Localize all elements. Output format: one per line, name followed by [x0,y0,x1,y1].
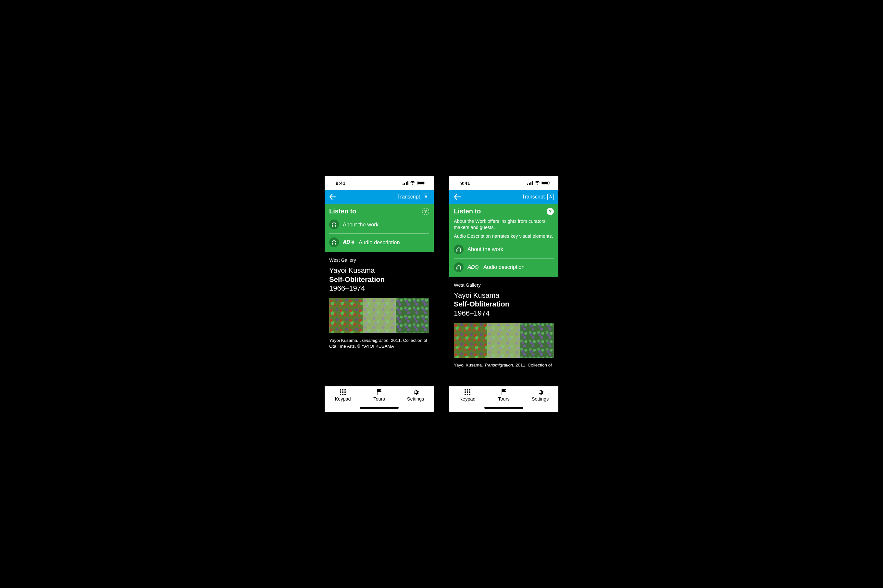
listen-audio-description[interactable]: AD Audio description [454,258,554,277]
gear-icon [537,388,544,396]
tab-settings[interactable]: Settings [397,388,434,402]
listen-title: Listen to [329,208,356,215]
battery-icon [417,181,425,185]
listen-audio-description[interactable]: AD Audio description [329,233,429,252]
phone-screen-expanded: 9:41 Transcript A Listen to ? About the … [449,176,558,412]
gear-icon [412,388,419,396]
ad-icon: AD [468,264,480,270]
svg-rect-30 [460,268,461,270]
tab-label: Keypad [335,396,350,402]
svg-point-13 [344,389,346,390]
svg-point-19 [344,394,346,395]
svg-point-39 [469,394,470,395]
status-bar: 9:41 [325,176,434,190]
tab-keypad[interactable]: Keypad [449,388,486,402]
svg-point-17 [340,394,341,395]
svg-rect-20 [527,184,528,185]
status-indicators [403,181,425,185]
svg-rect-21 [529,183,530,185]
arrow-left-icon [329,194,336,200]
transcript-button[interactable]: Transcript [522,194,545,200]
tab-bar: Keypad Tours Settings [325,386,434,403]
tab-settings[interactable]: Settings [522,388,558,402]
artwork-caption: Yayoi Kusama. Transmigration, 2011. Coll… [454,362,554,368]
help-button-active[interactable]: ? [547,208,554,215]
svg-point-31 [465,389,466,390]
svg-rect-28 [460,250,461,252]
help-text-audio-desc: Audio Description narrates key visual el… [454,233,554,239]
help-text-about: About the Work offers insights from cura… [454,218,554,231]
home-indicator-area [449,403,558,412]
svg-point-14 [340,392,341,393]
svg-rect-29 [456,268,457,270]
status-time: 9:41 [460,180,470,186]
ad-icon: AD [343,239,355,245]
svg-point-35 [467,392,468,393]
headphones-icon [329,220,339,229]
artist-name: Yayoi Kusama [454,291,554,300]
listen-about-work[interactable]: About the work [329,218,429,233]
listen-panel: Listen to ? About the work AD Audio desc… [325,204,434,252]
svg-rect-8 [335,225,336,227]
svg-rect-3 [408,181,408,185]
svg-rect-6 [425,182,425,184]
wifi-icon [535,181,540,185]
back-button[interactable] [454,194,461,200]
artwork-content: West Gallery Yayoi Kusama Self-Obliterat… [449,277,558,386]
listen-panel-expanded: Listen to ? About the Work offers insigh… [449,204,558,277]
svg-point-33 [469,389,470,390]
svg-rect-23 [532,181,533,185]
artwork-image [454,323,554,358]
home-indicator[interactable] [484,407,523,409]
tab-keypad[interactable]: Keypad [325,388,361,402]
svg-rect-1 [404,183,405,185]
listen-item-label: About the work [468,246,503,252]
back-button[interactable] [329,194,336,200]
tab-bar: Keypad Tours Settings [449,386,558,403]
svg-rect-10 [335,243,336,244]
svg-point-18 [342,394,343,395]
tab-tours[interactable]: Tours [486,388,522,402]
home-indicator-area [325,403,434,412]
font-size-button[interactable]: A [548,194,554,200]
artwork-content: West Gallery Yayoi Kusama Self-Obliterat… [325,252,434,386]
headphones-icon [454,244,463,254]
gallery-label: West Gallery [454,282,554,288]
tab-label: Keypad [459,396,475,402]
headphones-icon [454,262,463,272]
svg-point-12 [342,389,343,390]
svg-point-32 [467,389,468,390]
status-time: 9:41 [335,180,345,186]
listen-item-label: Audio description [483,264,525,270]
svg-rect-0 [403,184,403,185]
tab-label: Tours [373,396,385,402]
artwork-title: Self-Obliteration [454,300,554,309]
listen-item-label: About the work [343,222,379,228]
artwork-years: 1966–1974 [329,284,429,293]
svg-rect-22 [531,182,531,185]
font-size-button[interactable]: A [423,194,429,200]
home-indicator[interactable] [360,407,399,409]
cellular-icon [403,181,408,185]
svg-point-16 [344,392,346,393]
svg-point-11 [340,389,341,390]
transcript-button[interactable]: Transcript [397,194,420,200]
listen-title: Listen to [454,208,481,215]
artwork-caption: Yayoi Kusama. Transmigration, 2011. Coll… [329,338,429,349]
tab-label: Settings [407,396,424,402]
svg-rect-2 [406,182,407,185]
phone-screen-collapsed: 9:41 Transcript A Listen to ? About the … [325,176,434,412]
arrow-left-icon [454,194,461,200]
listen-about-work[interactable]: About the work [454,243,554,258]
tab-tours[interactable]: Tours [361,388,397,402]
keypad-icon [464,388,471,396]
svg-rect-25 [542,182,548,184]
svg-rect-7 [332,225,333,227]
svg-point-38 [467,394,468,395]
svg-point-37 [465,394,466,395]
artist-name: Yayoi Kusama [329,266,429,275]
help-button[interactable]: ? [422,208,429,215]
gallery-label: West Gallery [329,258,429,263]
wifi-icon [410,181,415,185]
flag-icon [376,388,382,396]
